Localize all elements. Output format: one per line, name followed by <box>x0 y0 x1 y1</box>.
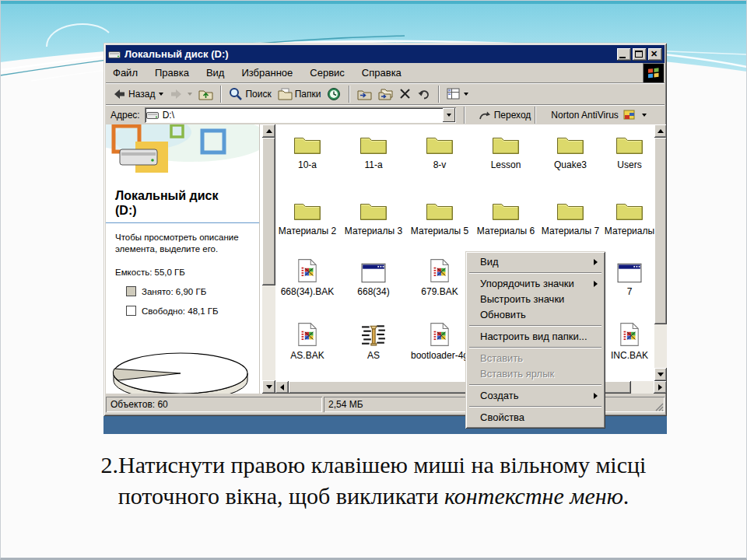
used-swatch <box>126 286 136 296</box>
views-dropdown-icon[interactable] <box>464 93 468 96</box>
undo-icon <box>417 88 431 100</box>
folder-label: Lesson <box>474 159 538 170</box>
folder-item[interactable]: Lesson <box>474 127 538 170</box>
file-item[interactable]: AS.BAK <box>275 317 339 361</box>
content-vertical-scrollbar[interactable] <box>654 124 667 381</box>
context-menu-item-line-up-icons[interactable]: Выстроить значки <box>468 292 603 307</box>
address-input[interactable]: D:\ <box>145 107 456 123</box>
title-bar[interactable]: Локальный диск (D:) ✕ <box>106 45 665 63</box>
folders-button[interactable]: Папки <box>275 85 324 103</box>
submenu-arrow-icon <box>594 393 598 399</box>
context-menu-item-refresh[interactable]: Обновить <box>468 307 603 323</box>
context-menu-item-customize-folder[interactable]: Настроить вид папки... <box>468 329 603 345</box>
menu-separator <box>469 272 601 274</box>
file-item[interactable]: 7 <box>598 254 654 297</box>
delete-button[interactable] <box>396 85 414 103</box>
folder-item[interactable]: Quake3 <box>538 127 602 170</box>
search-button[interactable]: Поиск <box>226 85 274 103</box>
views-button[interactable] <box>444 85 472 103</box>
file-item[interactable]: AS <box>342 317 405 361</box>
folder-icon <box>426 199 454 222</box>
norton-antivirus-button[interactable]: Norton AntiVirus <box>551 110 647 121</box>
maximize-button[interactable] <box>633 48 647 61</box>
status-objects-pane: Объектов: 60 <box>106 397 322 412</box>
folder-item[interactable]: 8-v <box>408 127 472 170</box>
minimize-button[interactable] <box>617 48 631 61</box>
bak-file-icon <box>619 322 640 347</box>
context-menu-item-arrange-icons[interactable]: Упорядочить значки <box>468 276 603 292</box>
folder-item[interactable]: 11-a <box>342 127 405 170</box>
folder-item[interactable]: Материалы 2 <box>275 193 339 236</box>
back-dropdown-icon[interactable] <box>159 93 163 96</box>
forward-button[interactable] <box>167 85 195 103</box>
go-button[interactable]: Переход <box>479 110 531 121</box>
menu-item-view[interactable]: Вид <box>206 67 225 79</box>
file-label: 679.BAK <box>408 286 472 297</box>
scroll-left-button[interactable] <box>275 381 289 394</box>
file-label: AS <box>342 350 405 361</box>
file-item[interactable]: INC.BAK <box>598 317 654 361</box>
file-item[interactable]: bootloader-4g <box>408 317 472 361</box>
back-label: Назад <box>128 89 155 100</box>
copy-to-button[interactable] <box>375 85 396 103</box>
file-item[interactable]: 679.BAK <box>408 254 472 297</box>
capacity-text: Емкость: 55,0 ГБ <box>115 268 250 277</box>
scrollbar-thumb[interactable] <box>262 138 275 285</box>
file-label: 7 <box>598 286 654 297</box>
menu-item-favorites[interactable]: Избранное <box>241 67 293 79</box>
folder-item[interactable]: Материалы 7 <box>538 193 602 236</box>
status-size-pane: 2,54 МБ <box>324 397 470 412</box>
arrow-right-icon <box>658 384 662 390</box>
folder-item[interactable]: Материалы 5 <box>408 193 472 236</box>
resize-grip-icon[interactable] <box>654 401 664 411</box>
context-menu-item-new[interactable]: Создать <box>468 388 603 404</box>
address-dropdown-button[interactable] <box>443 108 455 122</box>
arrow-down-icon <box>658 373 664 376</box>
forward-dropdown-icon[interactable] <box>188 93 192 96</box>
scrollbar-thumb[interactable] <box>654 138 667 324</box>
history-button[interactable] <box>324 85 345 103</box>
menu-item-file[interactable]: Файл <box>113 67 138 79</box>
context-menu-item-view[interactable]: Вид <box>468 254 603 270</box>
scroll-down-button[interactable] <box>262 380 275 394</box>
back-button[interactable]: Назад <box>109 85 167 103</box>
menu-separator <box>469 384 601 386</box>
folder-label: 10-a <box>275 159 339 170</box>
menu-item-tools[interactable]: Сервис <box>310 67 345 79</box>
move-to-button[interactable] <box>354 85 375 103</box>
norton-dropdown-icon[interactable] <box>642 114 647 117</box>
address-value: D:\ <box>163 110 174 121</box>
file-label: INC.BAK <box>598 350 654 361</box>
scroll-up-button[interactable] <box>262 124 275 138</box>
close-button[interactable]: ✕ <box>648 48 662 61</box>
menu-item-help[interactable]: Справка <box>362 67 402 79</box>
folder-label: Материалы 6 <box>474 226 538 236</box>
folder-label: Users <box>598 159 654 170</box>
file-item[interactable]: 668(34).BAK <box>275 254 339 297</box>
scroll-down-button[interactable] <box>654 368 667 381</box>
context-menu-item-properties[interactable]: Свойства <box>468 410 603 425</box>
menu-item-edit[interactable]: Правка <box>155 67 189 79</box>
file-item[interactable]: 668(34) <box>342 254 405 297</box>
folder-item[interactable]: Users <box>598 127 654 170</box>
up-button[interactable] <box>195 85 216 103</box>
folder-label: Материалы 3 <box>342 226 405 236</box>
undo-button[interactable] <box>414 85 434 103</box>
drive-icon <box>108 49 121 59</box>
folder-item[interactable]: 10-a <box>275 127 339 170</box>
folder-item[interactable]: Материалы 3 <box>342 193 405 236</box>
folder-icon <box>293 133 321 156</box>
assembler-file-icon <box>361 322 386 347</box>
scroll-up-button[interactable] <box>654 124 667 138</box>
desktop-background: Локальный диск (D:) ✕ Файл Правка Вид Из… <box>103 43 667 434</box>
submenu-arrow-icon <box>594 281 598 287</box>
arrow-left-icon <box>280 384 284 390</box>
menu-separator <box>469 325 601 327</box>
scroll-right-button[interactable] <box>654 381 667 394</box>
toolbar-separator <box>464 107 465 124</box>
folder-item[interactable]: Материалы 6 <box>474 193 538 236</box>
submenu-arrow-icon <box>594 259 598 265</box>
legend-used: Занято: 6,90 ГБ <box>126 286 250 296</box>
folder-item[interactable]: Материалы <box>598 193 654 236</box>
info-panel-scrollbar[interactable] <box>262 124 275 394</box>
